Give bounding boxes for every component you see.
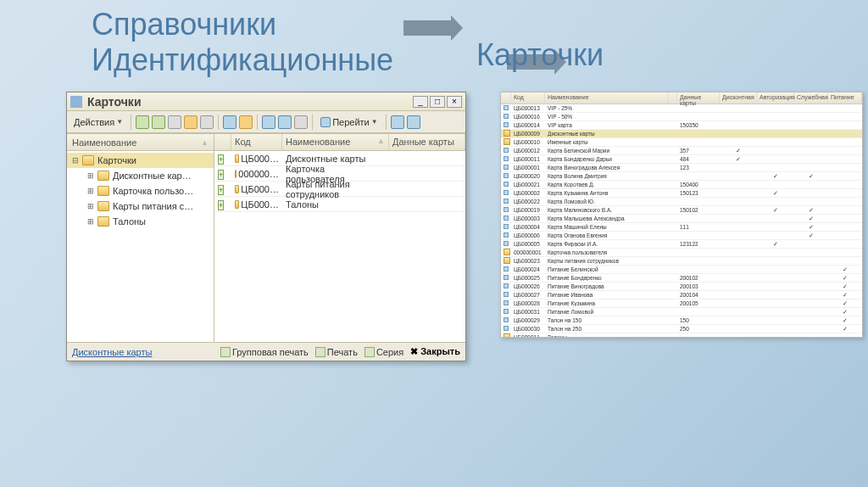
- table-row[interactable]: ЦБ000005Карта Фираски И.А.123122: [501, 240, 862, 249]
- group-print-button[interactable]: Групповая печать: [220, 347, 309, 357]
- table-row[interactable]: ЦБ000010Именные карты: [501, 138, 862, 147]
- add-icon[interactable]: [136, 115, 149, 129]
- expand-icon[interactable]: +: [218, 154, 224, 165]
- col-name[interactable]: Наименование ▲: [282, 134, 389, 150]
- filter-icon[interactable]: [278, 115, 292, 129]
- table-row[interactable]: ЦБ000031Питание Ломовой: [501, 308, 862, 316]
- col-marker[interactable]: [214, 134, 231, 150]
- table-row[interactable]: ЦБ000028Питание Кузьмина200105: [501, 299, 862, 308]
- title-word-1: Справочники: [92, 7, 276, 42]
- table-row[interactable]: ЦБ000027Питание Иванова200104: [501, 291, 862, 299]
- print-icon: [220, 347, 231, 357]
- table-row[interactable]: + ЦБ000…Талоны: [214, 197, 465, 212]
- table-row[interactable]: ЦБ000001Карта Виноградова Алексея123: [501, 164, 862, 172]
- expand-icon[interactable]: +: [218, 170, 224, 180]
- series-button[interactable]: Серия: [364, 347, 403, 357]
- folder-icon: [97, 201, 109, 211]
- maximize-button[interactable]: □: [430, 96, 445, 108]
- table-row[interactable]: ЦБ000014VIP карта150350: [501, 121, 862, 130]
- tree-pane: Наименование▲ ⊟ Карточки ⊞ Дисконтные ка…: [67, 134, 214, 342]
- print-button[interactable]: Печать: [315, 347, 358, 357]
- item-icon: [504, 173, 509, 178]
- table-row[interactable]: ЦБ000026Питание Виноградова200103: [501, 283, 862, 291]
- table-row[interactable]: ЦБ000006Карта Оганова Евгения: [501, 232, 862, 240]
- table-row[interactable]: ЦБ000029Талон на 150150: [501, 316, 862, 325]
- expand-icon[interactable]: ⊞: [86, 171, 96, 180]
- add-folder-icon[interactable]: [152, 115, 165, 129]
- tree-item[interactable]: ⊞ Талоны: [67, 214, 214, 229]
- tree-item[interactable]: ⊞ Карты питания с…: [67, 199, 214, 214]
- collapse-icon[interactable]: ⊟: [70, 156, 81, 165]
- table-row[interactable]: ЦБ000012Карта Белинской Марии357: [501, 147, 862, 155]
- refresh-icon[interactable]: [262, 115, 275, 129]
- cards-window: Карточки _ □ × Действия ▼ Перейти ▼ Наим…: [66, 92, 466, 361]
- expand-icon[interactable]: +: [218, 200, 224, 210]
- col-code[interactable]: Код: [231, 134, 282, 150]
- close-button[interactable]: ✖ Закрыть: [410, 346, 460, 357]
- item-icon: [504, 207, 509, 212]
- move-icon[interactable]: [239, 115, 253, 129]
- goto-menu[interactable]: Перейти ▼: [317, 115, 381, 129]
- table-row[interactable]: ЦБ000025Питание Бондаренко200102: [501, 274, 862, 283]
- item-icon: [504, 122, 509, 127]
- delete-icon[interactable]: [200, 115, 214, 129]
- tree: ⊟ Карточки ⊞ Дисконтные кар… ⊞ Карточка …: [67, 151, 214, 342]
- table-row[interactable]: ЦБ000023Карты питания сотрудников: [501, 257, 862, 266]
- help-icon[interactable]: [391, 115, 404, 129]
- item-icon: [504, 165, 509, 170]
- item-icon: [504, 292, 509, 297]
- grid-body: + ЦБ000…Дисконтные карты+ 000000…Карточк…: [214, 151, 465, 342]
- col-name[interactable]: Наименование: [545, 92, 669, 104]
- table-row[interactable]: ЦБ000021Карта Коротаев Д.150400: [501, 181, 862, 189]
- table-row[interactable]: ЦБ000020Карта Волина Дмитрия: [501, 172, 862, 181]
- edit-icon[interactable]: [184, 115, 198, 129]
- table-row[interactable]: ЦБ000022Карта Ломовой Ю.: [501, 198, 862, 206]
- item-icon: [504, 190, 509, 195]
- list-icon[interactable]: [407, 115, 420, 129]
- table-row[interactable]: ЦБ000011Талоны: [501, 333, 862, 337]
- col-code[interactable]: Код: [511, 92, 545, 104]
- folder-icon: [235, 170, 236, 178]
- table-row[interactable]: ЦБ000011Карта Бондаренко Дарьи484: [501, 155, 862, 164]
- item-icon: [504, 216, 509, 221]
- col-service[interactable]: Служебная: [794, 92, 828, 104]
- table-row[interactable]: ЦБ000003Карта Малышева Александра: [501, 215, 862, 223]
- arrow-icon: [403, 20, 451, 36]
- col-data[interactable]: Данные карты: [677, 92, 720, 104]
- col-data[interactable]: Данные карты: [389, 134, 465, 150]
- tree-item[interactable]: ⊞ Дисконтные кар…: [67, 168, 214, 183]
- minimize-button[interactable]: _: [413, 96, 428, 108]
- expand-icon[interactable]: ⊞: [86, 217, 96, 226]
- table-row[interactable]: ЦБ000002Карта Кузьмина Антона150123: [501, 189, 862, 198]
- table-row[interactable]: 000000001Карточка пользователя: [501, 249, 862, 257]
- table-row[interactable]: + ЦБ000…Карты питания сотрудников: [214, 182, 465, 197]
- col-auth[interactable]: Авторизация: [757, 92, 794, 104]
- item-icon: [504, 182, 509, 187]
- folder-icon: [504, 333, 510, 337]
- folder-icon: [97, 171, 109, 181]
- table-row[interactable]: ЦБ000004Карта Машиной Елены111: [501, 223, 862, 232]
- table-row[interactable]: ЦБ000030Талон на 250250: [501, 325, 862, 333]
- folder-icon: [504, 130, 510, 137]
- titlebar[interactable]: Карточки _ □ ×: [67, 92, 465, 111]
- copy-icon[interactable]: [168, 115, 181, 129]
- table-row[interactable]: ЦБ000009Дисконтные карты: [501, 130, 862, 138]
- table-row[interactable]: ЦБ000016VIP - 50%: [501, 113, 862, 121]
- sort-icon[interactable]: [294, 115, 308, 129]
- close-button[interactable]: ×: [447, 96, 462, 108]
- table-row[interactable]: ЦБ000019Карта Малиновского В.А.150102: [501, 206, 862, 215]
- expand-icon[interactable]: ⊞: [86, 202, 96, 210]
- actions-menu[interactable]: Действия ▼: [70, 115, 126, 129]
- tree-header[interactable]: Наименование▲: [67, 134, 214, 151]
- col-meal[interactable]: Питание: [828, 92, 862, 104]
- item-icon: [504, 232, 509, 238]
- tree-item[interactable]: ⊞ Карточка пользо…: [67, 183, 214, 199]
- status-link[interactable]: Дисконтные карты: [72, 347, 152, 357]
- table-row[interactable]: ЦБ000024Питание Белинской: [501, 266, 862, 274]
- expand-icon[interactable]: ⊞: [86, 187, 96, 195]
- expand-icon[interactable]: +: [218, 185, 224, 195]
- hierarchy-icon[interactable]: [223, 115, 236, 129]
- col-discount[interactable]: Дисконтная: [720, 92, 757, 104]
- item-icon: [504, 105, 509, 110]
- tree-root[interactable]: ⊟ Карточки: [67, 153, 214, 168]
